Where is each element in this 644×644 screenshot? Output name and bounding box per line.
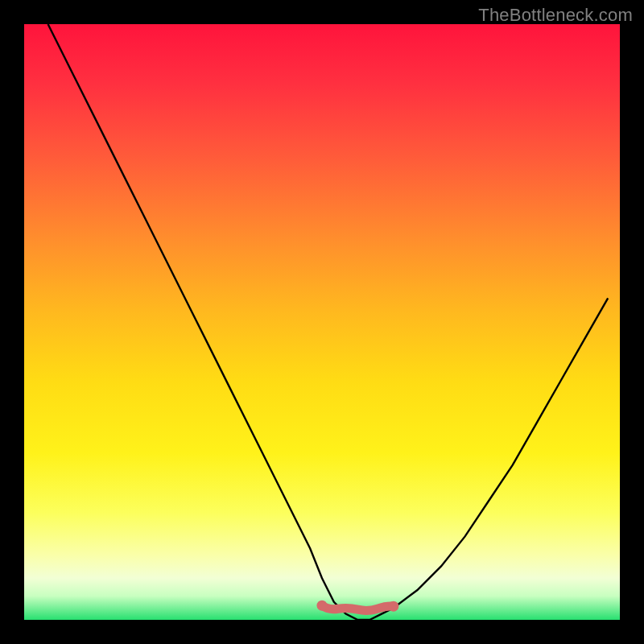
chart-svg	[24, 24, 620, 620]
bottleneck-curve	[48, 24, 609, 620]
optimal-zone-dot-right	[388, 601, 398, 612]
optimal-zone-dot-left	[317, 601, 328, 611]
optimal-zone-marker	[322, 605, 394, 610]
chart-frame: TheBottleneck.com	[0, 0, 644, 644]
watermark-text: TheBottleneck.com	[478, 5, 633, 26]
plot-area	[24, 24, 620, 620]
